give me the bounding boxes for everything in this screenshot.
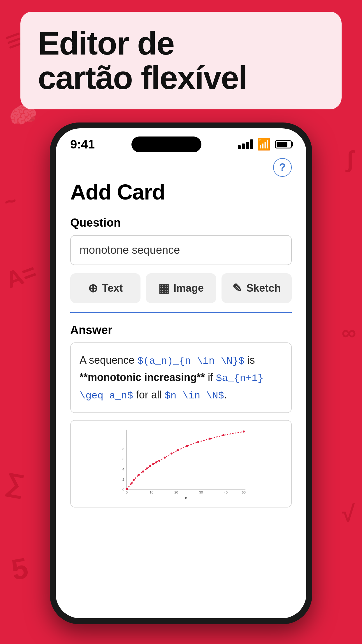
tab-image-label: Image	[173, 282, 204, 294]
section-divider	[70, 312, 292, 313]
tab-text-label: Text	[102, 282, 123, 294]
header-title: Editor de cartão flexível	[38, 26, 324, 95]
tab-buttons: ⊕ Text ▦ Image ✎ Sketch	[70, 273, 292, 303]
svg-text:n: n	[185, 496, 187, 500]
svg-point-28	[197, 441, 199, 443]
tab-sketch-button[interactable]: ✎ Sketch	[222, 273, 292, 303]
svg-point-26	[177, 449, 179, 451]
svg-point-21	[152, 463, 154, 465]
svg-point-14	[126, 488, 128, 490]
status-bar: 9:41 📶	[56, 128, 306, 155]
answer-plain-2: is	[244, 354, 255, 366]
question-input[interactable]	[70, 235, 292, 265]
phone-mockup: 9:41 📶 ? Add Card	[50, 123, 312, 624]
svg-point-23	[158, 460, 160, 462]
svg-text:0: 0	[122, 488, 124, 491]
svg-text:20: 20	[174, 491, 178, 494]
answer-plain-1: A sequence	[80, 354, 137, 366]
svg-point-15	[131, 482, 133, 484]
svg-point-18	[142, 470, 144, 473]
answer-section-label: Answer	[70, 323, 292, 337]
graph-box: 0 2 4 6 8 0 10 20 30 40 50 n	[70, 420, 292, 508]
answer-plain-3: if	[205, 371, 216, 383]
svg-point-22	[155, 461, 157, 463]
help-button[interactable]: ?	[273, 158, 292, 177]
wifi-icon: 📶	[257, 138, 271, 151]
tab-image-button[interactable]: ▦ Image	[146, 273, 216, 303]
phone-screen: 9:41 📶 ? Add Card	[56, 128, 306, 618]
svg-text:50: 50	[242, 491, 246, 494]
svg-point-30	[222, 434, 224, 436]
image-tab-icon: ▦	[158, 281, 169, 295]
svg-point-20	[149, 465, 151, 467]
svg-text:6: 6	[122, 457, 124, 461]
text-tab-icon: ⊕	[88, 281, 98, 295]
status-time: 9:41	[70, 137, 95, 151]
answer-latex-3: $n \in \N$	[165, 390, 224, 401]
answer-latex-1: $(a_n)_{n \in \N}$	[137, 356, 244, 367]
battery-icon	[275, 140, 292, 148]
question-section-label: Question	[70, 216, 292, 229]
svg-point-31	[243, 430, 245, 433]
svg-point-29	[209, 438, 211, 440]
svg-point-24	[164, 457, 166, 459]
svg-text:0: 0	[126, 491, 128, 494]
signal-icon	[238, 139, 253, 149]
header-banner: Editor de cartão flexível	[20, 12, 342, 109]
app-content: ? Add Card Question ⊕ Text ▦ Image ✎	[56, 155, 306, 618]
answer-bold-1: **monotonic increasing**	[80, 371, 205, 383]
svg-point-25	[171, 453, 173, 455]
answer-text-box[interactable]: A sequence $(a_n)_{n \in \N}$ is **monot…	[70, 342, 292, 413]
sketch-tab-icon: ✎	[232, 281, 242, 295]
svg-text:8: 8	[122, 447, 124, 451]
graph-svg: 0 2 4 6 8 0 10 20 30 40 50 n	[77, 426, 285, 501]
tab-text-button[interactable]: ⊕ Text	[70, 273, 140, 303]
svg-text:10: 10	[150, 491, 153, 494]
svg-text:4: 4	[122, 467, 124, 471]
svg-text:30: 30	[199, 491, 203, 494]
answer-plain-5: .	[224, 389, 227, 401]
page-title: Add Card	[70, 180, 292, 204]
dynamic-island	[131, 136, 201, 152]
tab-sketch-label: Sketch	[246, 282, 281, 294]
answer-plain-4: for all	[133, 389, 165, 401]
help-button-row: ?	[70, 155, 292, 177]
svg-text:40: 40	[224, 491, 228, 494]
svg-text:2: 2	[122, 477, 124, 481]
svg-point-16	[133, 479, 135, 481]
svg-point-19	[146, 468, 148, 470]
svg-point-27	[186, 445, 188, 447]
svg-point-17	[138, 474, 140, 476]
status-icons: 📶	[238, 138, 292, 151]
